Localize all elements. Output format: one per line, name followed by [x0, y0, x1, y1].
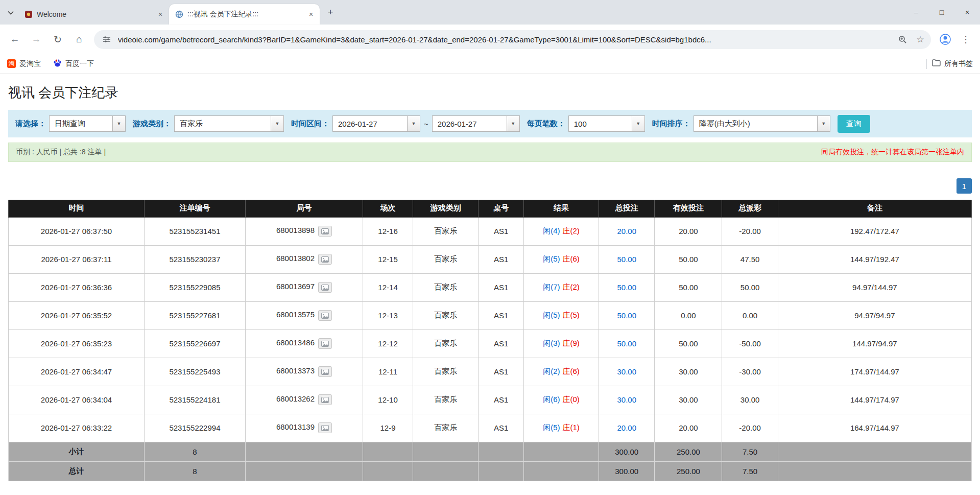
chevron-down-icon[interactable]: ▼: [271, 116, 283, 131]
cell-table-no: AS1: [479, 273, 524, 301]
footer-cell: [479, 442, 524, 461]
cell-bet-id: 523155229085: [144, 273, 245, 301]
new-tab-button[interactable]: +: [323, 5, 338, 20]
round-result-image-icon[interactable]: [318, 310, 332, 321]
site-info-icon[interactable]: [100, 33, 113, 46]
table-row: 2026-01-27 06:35:52523155227681680013575…: [9, 301, 972, 329]
round-result-image-icon[interactable]: [318, 282, 332, 293]
bookmarks-bar: 淘 爱淘宝 百度一下 所有书签: [0, 54, 980, 74]
cell-bet-id: 523155224181: [144, 386, 245, 414]
column-header: 备注: [778, 200, 971, 217]
game-type-select[interactable]: 百家乐 ▼: [174, 115, 284, 132]
footer-cell: 250.00: [655, 442, 722, 461]
cell-time: 2026-01-27 06:37:50: [9, 217, 145, 245]
tab-search-button[interactable]: [3, 5, 18, 20]
total-bet-link[interactable]: 20.00: [617, 423, 636, 432]
cell-valid-bet: 30.00: [655, 386, 722, 414]
footer-label: 总计: [9, 461, 145, 481]
chevron-down-icon[interactable]: ▼: [407, 116, 420, 131]
cell-session: 12-12: [363, 329, 413, 358]
cell-valid-bet: 50.00: [655, 245, 722, 273]
bookmark-taobao[interactable]: 淘 爱淘宝: [7, 59, 41, 68]
profile-avatar-icon[interactable]: [936, 30, 954, 49]
bookmarks-divider: [926, 59, 927, 69]
round-result-image-icon[interactable]: [318, 226, 332, 237]
round-number: 680013697: [276, 282, 315, 291]
bookmark-baidu[interactable]: 百度一下: [53, 59, 94, 69]
browser-tab-betrecord[interactable]: :::视讯 会员下注纪录::: ×: [169, 4, 320, 25]
chevron-down-icon[interactable]: ▼: [632, 116, 644, 131]
round-result-image-icon[interactable]: [318, 394, 332, 405]
cell-valid-bet: 20.00: [655, 414, 722, 442]
close-button[interactable]: ×: [954, 0, 980, 25]
total-bet-link[interactable]: 50.00: [617, 311, 636, 320]
cell-session: 12-14: [363, 273, 413, 301]
home-button[interactable]: ⌂: [69, 30, 89, 49]
page-number-button[interactable]: 1: [957, 178, 972, 194]
browser-tab-welcome[interactable]: Welcome ×: [18, 4, 169, 25]
cell-result: 闲(4)庄(2): [523, 217, 599, 245]
table-header-row: 时间注单编号局号场次游戏类别桌号结果总投注有效投注总派彩备注: [9, 200, 972, 217]
tab-close-icon[interactable]: ×: [306, 10, 316, 19]
cell-valid-bet: 50.00: [655, 273, 722, 301]
subtotal-row: 小计8300.00250.007.50: [9, 442, 972, 461]
total-bet-link[interactable]: 30.00: [617, 367, 636, 376]
back-button[interactable]: ←: [5, 30, 25, 49]
page-size-input[interactable]: 100 ▼: [568, 115, 645, 132]
round-result-image-icon[interactable]: [318, 366, 332, 377]
chevron-down-icon[interactable]: ▼: [507, 116, 519, 131]
chevron-down-icon[interactable]: ▼: [112, 116, 125, 131]
total-bet-link[interactable]: 50.00: [617, 283, 636, 292]
browser-toolbar: ← → ↻ ⌂ videoie.com/game/betrecord_searc…: [0, 25, 980, 54]
search-button[interactable]: 查询: [838, 115, 870, 133]
total-bet-link[interactable]: 50.00: [617, 339, 636, 348]
round-result-image-icon[interactable]: [318, 338, 332, 349]
cell-round: 680013898: [245, 217, 363, 245]
tab-close-icon[interactable]: ×: [156, 10, 165, 19]
all-bookmarks-button[interactable]: 所有书签: [932, 59, 973, 68]
column-header: 局号: [245, 200, 363, 217]
forward-button[interactable]: →: [27, 30, 46, 49]
round-result-image-icon[interactable]: [318, 422, 332, 433]
cell-round: 680013373: [245, 358, 363, 386]
cell-time: 2026-01-27 06:33:22: [9, 414, 145, 442]
query-type-select[interactable]: 日期查询 ▼: [49, 115, 126, 132]
round-result-image-icon[interactable]: [318, 254, 332, 265]
cell-valid-bet: 20.00: [655, 217, 722, 245]
total-bet-link[interactable]: 30.00: [617, 395, 636, 404]
tab-title: Welcome: [37, 10, 152, 18]
table-row: 2026-01-27 06:34:04523155224181680013262…: [9, 386, 972, 414]
cell-time: 2026-01-27 06:35:23: [9, 329, 145, 358]
result-banker: 庄(2): [563, 226, 580, 235]
result-banker: 庄(2): [563, 282, 580, 291]
cell-result: 闲(5)庄(6): [523, 245, 599, 273]
footer-cell: [479, 461, 524, 481]
address-bar[interactable]: videoie.com/game/betrecord_search/kind3?…: [94, 30, 931, 49]
page-title: 视讯 会员下注纪录: [8, 84, 972, 102]
cell-game-type: 百家乐: [413, 273, 479, 301]
total-bet-link[interactable]: 20.00: [617, 227, 636, 235]
date-range-label: 时间区间：: [291, 119, 329, 129]
reload-button[interactable]: ↻: [48, 30, 67, 49]
result-player: 闲(5): [543, 254, 560, 263]
minimize-button[interactable]: –: [903, 0, 929, 25]
round-number: 680013486: [276, 338, 315, 347]
maximize-button[interactable]: □: [929, 0, 954, 25]
tab-strip: Welcome × :::视讯 会员下注纪录::: × + – □ ×: [0, 0, 980, 25]
bookmark-star-icon[interactable]: ☆: [914, 33, 927, 46]
chevron-down-icon: [8, 9, 14, 16]
total-bet-link[interactable]: 50.00: [617, 255, 636, 264]
column-header: 场次: [363, 200, 413, 217]
cell-payout: 47.50: [722, 245, 778, 273]
date-start-input[interactable]: 2026-01-27 ▼: [332, 115, 420, 132]
zoom-icon[interactable]: [896, 33, 909, 46]
date-end-input[interactable]: 2026-01-27 ▼: [432, 115, 520, 132]
cell-remark: 164.97/144.97: [778, 414, 971, 442]
cell-bet-id: 523155226697: [144, 329, 245, 358]
browser-menu-icon[interactable]: ⋮: [957, 30, 975, 49]
time-sort-select[interactable]: 降幂(由大到小) ▼: [694, 115, 830, 132]
result-player: 闲(5): [543, 423, 560, 432]
cell-total-bet: 30.00: [599, 358, 655, 386]
chevron-down-icon[interactable]: ▼: [817, 116, 830, 131]
footer-cell: [778, 442, 971, 461]
